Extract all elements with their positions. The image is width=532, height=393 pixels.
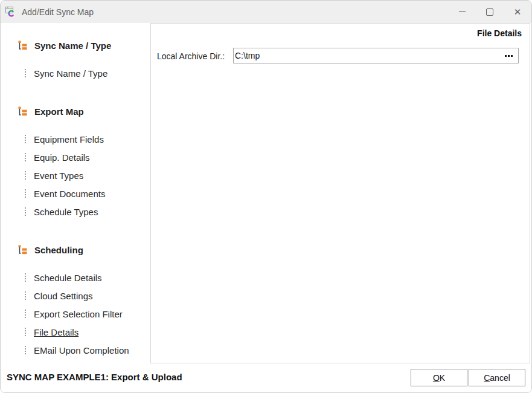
sidebar-item-event-types[interactable]: Event Types (25, 169, 83, 181)
tree-node-icon (18, 106, 28, 116)
dots-icon (25, 189, 26, 198)
sidebar-section-label: Scheduling (34, 245, 83, 255)
panel-title: File Details (477, 28, 522, 38)
minimize-button[interactable] (448, 1, 476, 23)
footer: SYNC MAP EXAMPLE1: Export & Upload OK Ca… (1, 363, 531, 392)
dots-icon (25, 291, 26, 300)
sidebar-item-sync-name-type[interactable]: Sync Name / Type (25, 67, 107, 79)
sidebar-section-scheduling[interactable]: Scheduling (18, 244, 83, 256)
sidebar-item-label: Event Types (34, 171, 83, 181)
sidebar-item-export-selection-filter[interactable]: Export Selection Filter (25, 308, 123, 320)
close-icon: ✕ (514, 7, 522, 16)
dots-icon (25, 346, 26, 354)
window-controls: ✕ (448, 1, 531, 23)
sidebar-section-label: Sync Name / Type (34, 41, 111, 51)
sidebar-item-equipment-fields[interactable]: Equipment Fields (25, 133, 104, 145)
titlebar: Add/Edit Sync Map ✕ (1, 1, 531, 23)
content-panel: File Details Local Archive Dir.: (150, 23, 530, 363)
sidebar-item-schedule-details[interactable]: Schedule Details (25, 271, 102, 284)
sidebar-item-label: Equip. Details (34, 152, 90, 163)
dots-icon (25, 310, 26, 318)
maximize-button[interactable] (476, 1, 504, 23)
sidebar-item-label: Cloud Settings (34, 291, 93, 301)
ok-button[interactable]: OK (411, 369, 467, 386)
dots-icon (25, 153, 26, 161)
local-archive-dir-input[interactable] (234, 48, 504, 63)
dots-icon (25, 69, 26, 77)
local-archive-dir-label: Local Archive Dir.: (157, 51, 225, 61)
sidebar: Sync Name / Type Sync Name / Type Export… (1, 23, 150, 362)
close-button[interactable]: ✕ (504, 1, 531, 23)
sidebar-item-schedule-types[interactable]: Schedule Types (25, 206, 98, 218)
sidebar-item-email-upon-completion[interactable]: EMail Upon Completion (25, 344, 129, 356)
dots-icon (25, 328, 26, 336)
sidebar-item-label: Sync Name / Type (34, 68, 107, 79)
sidebar-item-equip-details[interactable]: Equip. Details (25, 151, 90, 163)
ellipsis-browse-button[interactable] (504, 53, 514, 59)
sync-map-status-text: SYNC MAP EXAMPLE1: Export & Upload (7, 372, 182, 382)
maximize-icon (486, 8, 493, 16)
dots-icon (25, 273, 26, 282)
sidebar-item-label: Equipment Fields (34, 134, 104, 145)
sidebar-section-export-map[interactable]: Export Map (18, 105, 84, 117)
sync-map-app-icon (5, 6, 16, 18)
sidebar-item-cloud-settings[interactable]: Cloud Settings (25, 290, 93, 302)
sidebar-item-label: Schedule Types (34, 207, 98, 217)
dialog-add-edit-sync-map: Add/Edit Sync Map ✕ Sync Name / Type Syn… (0, 0, 532, 393)
cancel-button[interactable]: Cancel (469, 369, 525, 386)
sidebar-item-label: File Details (34, 327, 79, 337)
dots-icon (25, 207, 26, 216)
tree-node-icon (18, 245, 28, 255)
window-title: Add/Edit Sync Map (22, 7, 94, 17)
sidebar-item-event-documents[interactable]: Event Documents (25, 187, 105, 200)
local-archive-dir-field (233, 48, 519, 63)
sidebar-item-label: Schedule Details (34, 273, 102, 283)
sidebar-section-label: Export Map (34, 106, 84, 117)
sidebar-item-file-details[interactable]: File Details (25, 326, 79, 338)
minimize-icon (459, 11, 466, 12)
sidebar-item-label: Export Selection Filter (34, 309, 123, 319)
sidebar-item-label: EMail Upon Completion (34, 345, 129, 356)
sidebar-item-label: Event Documents (34, 189, 105, 199)
tree-node-icon (18, 41, 28, 50)
sidebar-section-sync-name-type[interactable]: Sync Name / Type (18, 39, 111, 51)
dots-icon (25, 135, 26, 143)
dots-icon (25, 171, 26, 180)
